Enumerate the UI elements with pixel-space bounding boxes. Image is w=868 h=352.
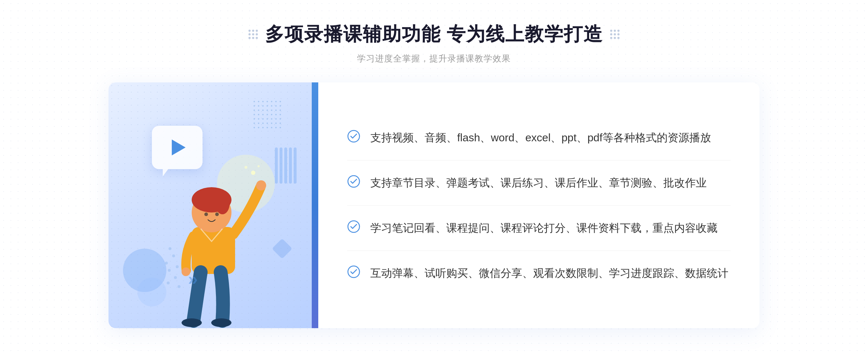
svg-point-8 (204, 213, 208, 216)
main-title: 多项录播课辅助功能 专为线上教学打造 (265, 22, 603, 47)
subtitle: 学习进度全掌握，提升录播课教学效果 (248, 53, 620, 64)
features-panel: 支持视频、音频、flash、word、excel、ppt、pdf等各种格式的资源… (318, 82, 760, 328)
svg-text:»: » (188, 270, 198, 288)
svg-point-20 (167, 282, 170, 284)
feature-item-1: 支持视频、音频、flash、word、excel、ppt、pdf等各种格式的资源… (347, 115, 731, 160)
svg-point-24 (258, 165, 260, 167)
main-card: » (109, 82, 760, 328)
header-section: 多项录播课辅助功能 专为线上教学打造 学习进度全掌握，提升录播课教学效果 (248, 22, 620, 64)
check-icon-4 (347, 265, 360, 278)
left-chevron-decoration: » (188, 270, 206, 290)
feature-text-4: 互动弹幕、试听购买、微信分享、观看次数限制、学习进度跟踪、数据统计 (370, 265, 728, 282)
check-icon-2 (347, 175, 360, 188)
svg-point-21 (178, 285, 180, 288)
svg-point-19 (174, 276, 177, 279)
svg-point-17 (176, 265, 179, 268)
svg-point-26 (348, 176, 359, 187)
blue-accent-bar (312, 82, 318, 328)
svg-point-18 (168, 269, 171, 272)
feature-item-3: 学习笔记回看、课程提问、课程评论打分、课件资料下载，重点内容收藏 (347, 206, 731, 251)
play-icon (172, 139, 186, 155)
content-wrapper: 多项录播课辅助功能 专为线上教学打造 学习进度全掌握，提升录播课教学效果 » (0, 22, 868, 328)
svg-point-27 (348, 221, 359, 232)
dot-pattern-deco (253, 100, 282, 131)
svg-point-15 (172, 254, 175, 257)
svg-point-12 (182, 318, 202, 327)
svg-rect-2 (253, 100, 282, 129)
svg-point-9 (215, 213, 219, 216)
play-bubble (152, 126, 203, 169)
check-icon-3 (347, 220, 360, 233)
svg-point-22 (251, 171, 255, 175)
feature-item-2: 支持章节目录、弹题考试、课后练习、课后作业、章节测验、批改作业 (347, 160, 731, 206)
title-decoration-left (248, 30, 258, 39)
page-container: 多项录播课辅助功能 专为线上教学打造 学习进度全掌握，提升录播课教学效果 » (0, 0, 868, 352)
svg-point-28 (348, 266, 359, 278)
svg-point-14 (169, 247, 171, 250)
svg-point-25 (348, 130, 359, 142)
title-row: 多项录播课辅助功能 专为线上教学打造 (248, 22, 620, 47)
svg-point-23 (244, 166, 247, 169)
dot-grid-right (610, 30, 620, 39)
check-icon-1 (347, 130, 360, 143)
dot-grid-left (248, 30, 258, 39)
svg-point-7 (215, 193, 230, 214)
feature-text-3: 学习笔记回看、课程提问、课程评论打分、课件资料下载，重点内容收藏 (370, 219, 718, 237)
feature-text-1: 支持视频、音频、flash、word、excel、ppt、pdf等各种格式的资源… (370, 129, 711, 146)
feature-text-2: 支持章节目录、弹题考试、课后练习、课后作业、章节测验、批改作业 (370, 174, 707, 192)
svg-point-10 (256, 180, 266, 190)
feature-item-4: 互动弹幕、试听购买、微信分享、观看次数限制、学习进度跟踪、数据统计 (347, 251, 731, 296)
illustration-panel (109, 82, 318, 328)
title-decoration-right (610, 30, 620, 39)
svg-point-13 (211, 318, 231, 327)
svg-point-16 (165, 262, 168, 265)
